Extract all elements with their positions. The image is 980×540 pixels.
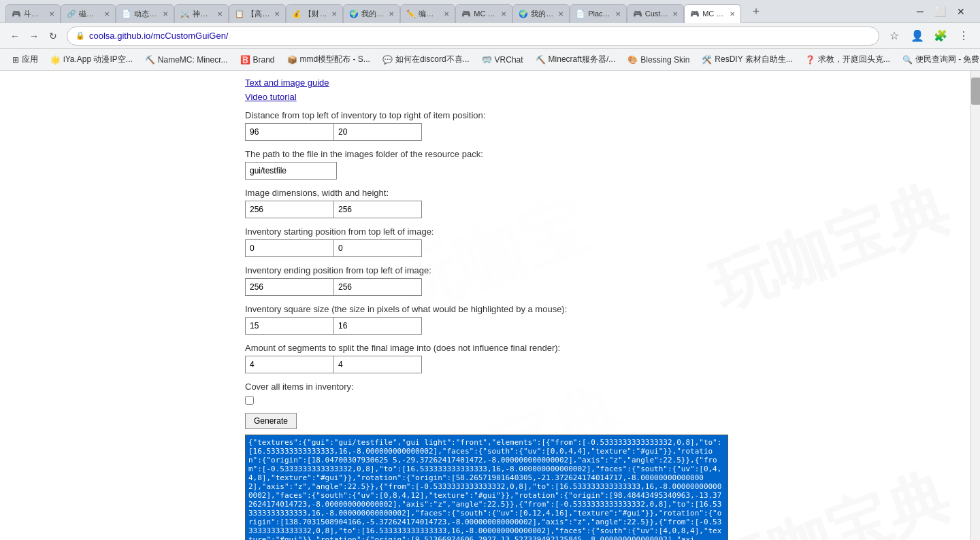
browser-tab-11[interactable]: 📄Placeholde...✕ bbox=[570, 4, 627, 23]
forward-button[interactable]: → bbox=[26, 28, 42, 44]
field-label-1: The path to the file in the images folde… bbox=[245, 149, 966, 159]
field-0-input-0[interactable] bbox=[245, 123, 333, 141]
bookmark-8[interactable]: 🎨Blessing Skin bbox=[622, 54, 695, 66]
field-inputs-4 bbox=[245, 278, 966, 296]
bookmark-star-icon[interactable]: ☆ bbox=[885, 27, 904, 46]
field-2-input-1[interactable] bbox=[333, 201, 422, 218]
bookmark-0[interactable]: ⊞应用 bbox=[7, 52, 44, 67]
field-4-input-0[interactable] bbox=[245, 278, 333, 296]
main-content: Text and image guide Video tutorial Dist… bbox=[0, 71, 980, 540]
bookmark-10[interactable]: ❓求教，开庭回头克... bbox=[800, 52, 896, 67]
field-label-3: Inventory starting position from top lef… bbox=[245, 226, 966, 237]
bookmarks-bar: ⊞应用🌟iYa.App 动漫IP空...⛏️NameMC: Minecr...🅱… bbox=[0, 49, 980, 71]
cover-all-label: Cover all items in inventory: bbox=[245, 382, 966, 392]
field-0-input-1[interactable] bbox=[333, 123, 422, 141]
browser-tab-4[interactable]: ⚔️神时打策...✕ bbox=[174, 4, 229, 23]
bookmark-1[interactable]: 🌟iYa.App 动漫IP空... bbox=[45, 52, 138, 67]
bookmark-7[interactable]: ⛏️Minecraft服务器/... bbox=[530, 52, 621, 67]
field-inputs-1 bbox=[245, 162, 966, 180]
field-inputs-6 bbox=[245, 356, 966, 373]
profile-icon[interactable]: 👤 bbox=[908, 27, 927, 46]
field-inputs-5 bbox=[245, 317, 966, 335]
field-label-6: Amount of segments to split the final im… bbox=[245, 343, 966, 353]
browser-tab-3[interactable]: 📄动态首页-手...✕ bbox=[116, 4, 175, 23]
browser-tab-2[interactable]: 🔗磁力链接 -...✕ bbox=[61, 4, 116, 23]
settings-icon[interactable]: ⋮ bbox=[954, 27, 973, 46]
field-inputs-0 bbox=[245, 123, 966, 141]
bookmark-6[interactable]: 🥽VRChat bbox=[476, 54, 529, 66]
toolbar-icons: ☆ 👤 🧩 ⋮ bbox=[885, 27, 973, 46]
field-4-input-1[interactable] bbox=[333, 278, 422, 296]
field-5-input-0[interactable] bbox=[245, 317, 333, 335]
field-inputs-3 bbox=[245, 239, 966, 257]
bookmark-5[interactable]: 💬如何在discord不喜... bbox=[377, 52, 475, 67]
field-inputs-2 bbox=[245, 201, 966, 218]
reload-button[interactable]: ↻ bbox=[45, 28, 61, 44]
field-label-5: Inventory square size (the size in pixel… bbox=[245, 304, 966, 314]
field-3-input-0[interactable] bbox=[245, 239, 333, 257]
browser-tab-10[interactable]: 🌍我的世界地...✕ bbox=[512, 4, 570, 23]
window-controls: ─ ⬜ ✕ bbox=[771, 6, 975, 17]
lock-icon: 🔒 bbox=[76, 31, 85, 40]
field-label-0: Distance from top left of inventory to t… bbox=[245, 110, 966, 120]
field-label-2: Image dimensions, width and height: bbox=[245, 188, 966, 198]
field-label-4: Inventory ending position from top left … bbox=[245, 265, 966, 275]
bookmark-4[interactable]: 📦mmd模型配布 - S... bbox=[282, 52, 376, 67]
video-tutorial-link[interactable]: Video tutorial bbox=[245, 92, 966, 102]
browser-tab-13[interactable]: 🎮MC Gui Ge...✕ bbox=[684, 4, 741, 23]
title-bar: 🎮斗鱼直播 -...✕🔗磁力链接 -...✕📄动态首页-手...✕⚔️神时打策.… bbox=[0, 0, 980, 23]
page-content: 玩咖宝 玩咖宝典 玩咖宝典 玩咖宝典 Text and image guide … bbox=[0, 71, 980, 540]
field-2-input-0[interactable] bbox=[245, 201, 333, 218]
browser-tab-9[interactable]: 🎮MC Gui Ge...✕ bbox=[455, 4, 512, 23]
minimize-button[interactable]: ─ bbox=[913, 6, 928, 17]
url-bar[interactable]: 🔒 coolsa.github.io/mcCustomGuiGen/ bbox=[67, 27, 879, 46]
field-5-input-1[interactable] bbox=[333, 317, 422, 335]
bookmark-3[interactable]: 🅱️Brand bbox=[235, 54, 280, 66]
browser-tab-5[interactable]: 📋【高版本目...✕ bbox=[229, 4, 286, 23]
field-3-input-1[interactable] bbox=[333, 239, 422, 257]
text-image-guide-link[interactable]: Text and image guide bbox=[245, 78, 966, 88]
restore-button[interactable]: ⬜ bbox=[930, 6, 950, 17]
generate-button[interactable]: Generate bbox=[245, 413, 297, 429]
cover-all-checkbox[interactable] bbox=[245, 396, 254, 405]
bookmark-11[interactable]: 🔍便民查询网 - 免费... bbox=[897, 52, 980, 67]
url-text: coolsa.github.io/mcCustomGuiGen/ bbox=[89, 31, 228, 41]
address-bar: ← → ↻ 🔒 coolsa.github.io/mcCustomGuiGen/… bbox=[0, 23, 980, 49]
extensions-icon[interactable]: 🧩 bbox=[931, 27, 950, 46]
close-button[interactable]: ✕ bbox=[953, 6, 969, 17]
browser-tab-8[interactable]: ✏️编辑贴子 -...✕ bbox=[400, 4, 455, 23]
output-box[interactable]: {"textures":{"gui":"gui/testfile","gui l… bbox=[245, 435, 728, 540]
browser-tab-1[interactable]: 🎮斗鱼直播 -...✕ bbox=[5, 4, 61, 23]
field-6-input-0[interactable] bbox=[245, 356, 333, 373]
new-tab-button[interactable]: ＋ bbox=[747, 2, 766, 21]
field-6-input-1[interactable] bbox=[333, 356, 422, 373]
browser-tab-12[interactable]: 🎮Custom Gu...✕ bbox=[627, 4, 684, 23]
cover-all-row bbox=[245, 396, 966, 405]
field-1-input-0[interactable] bbox=[245, 162, 337, 180]
back-button[interactable]: ← bbox=[7, 28, 23, 44]
tab-bar: 🎮斗鱼直播 -...✕🔗磁力链接 -...✕📄动态首页-手...✕⚔️神时打策.… bbox=[5, 0, 741, 23]
bookmark-9[interactable]: 🛠️ResDIY 素材自助生... bbox=[696, 52, 798, 67]
nav-buttons: ← → ↻ bbox=[7, 28, 61, 44]
bookmark-2[interactable]: ⛏️NameMC: Minecr... bbox=[140, 54, 233, 66]
browser-tab-6[interactable]: 💰【财货资源...✕ bbox=[286, 4, 343, 23]
browser-tab-7[interactable]: 🌍我的世界地...✕ bbox=[343, 4, 400, 23]
browser-frame: 🎮斗鱼直播 -...✕🔗磁力链接 -...✕📄动态首页-手...✕⚔️神时打策.… bbox=[0, 0, 980, 540]
